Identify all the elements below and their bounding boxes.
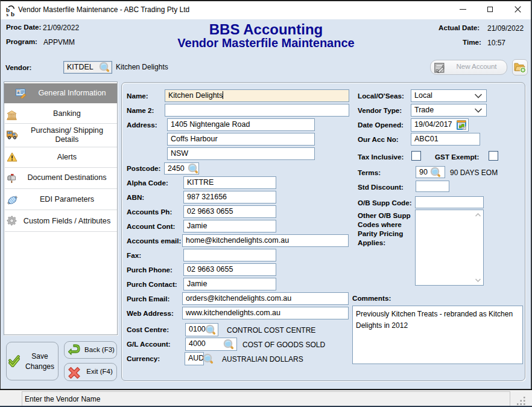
svg-text:s: s [7, 11, 9, 17]
svg-text:b: b [11, 10, 14, 17]
